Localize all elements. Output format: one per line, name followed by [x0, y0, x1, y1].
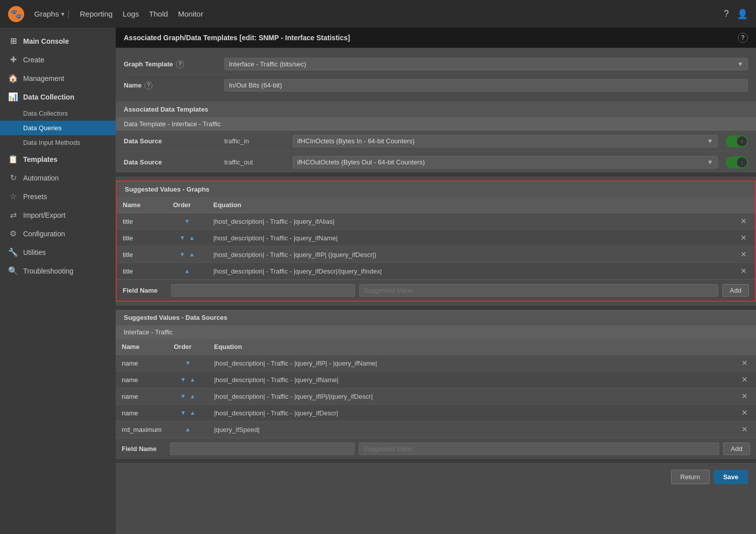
sidebar-item-create[interactable]: ✚ Create [0, 50, 116, 69]
create-icon: ✚ [8, 55, 18, 64]
graph-template-help[interactable]: ? [176, 60, 184, 68]
svs-field-name-input[interactable] [170, 442, 355, 455]
data-source-label-0: Data Source [124, 137, 224, 145]
svg-delete-0[interactable]: ✕ [732, 213, 755, 230]
svs-order-4: ▲ [167, 421, 208, 438]
arrow-up-1[interactable]: ▲ [188, 234, 196, 241]
svs-arrow-down-2[interactable]: ▼ [179, 393, 187, 400]
svg-name-0: title [117, 213, 167, 230]
svs-row-1: name ▼▲ |host_description| - Traffic - |… [116, 372, 756, 388]
data-source-value-0: traffic_in ifHCInOctets (Bytes In - 64-b… [224, 135, 748, 147]
sidebar-item-data-collection[interactable]: 📊 Data Collection [0, 87, 116, 106]
return-button[interactable]: Return [671, 470, 710, 484]
footer-bar: Return Save [116, 463, 756, 490]
svs-delete-2[interactable]: ✕ [733, 388, 756, 405]
data-source-dropdown-0[interactable]: ifHCInOctets (Bytes In - 64-bit Counters… [293, 135, 718, 147]
svg-add-button[interactable]: Add [722, 284, 749, 297]
svs-add-button[interactable]: Add [723, 442, 750, 455]
svs-delete-0[interactable]: ✕ [733, 355, 756, 372]
svs-arrow-down-3[interactable]: ▼ [179, 409, 187, 416]
sidebar-item-templates[interactable]: 📋 Templates [0, 150, 116, 168]
name-display: In/Out Bits (64-bit) [224, 79, 748, 92]
main-console-icon: ⊞ [8, 36, 18, 46]
name-help[interactable]: ? [144, 81, 152, 90]
svs-delete-4[interactable]: ✕ [733, 421, 756, 438]
svs-suggested-value-input[interactable] [359, 442, 719, 455]
suggested-values-graphs-section: Suggested Values - Graphs Name Order Equ… [116, 181, 756, 302]
data-source-row-0: Data Source traffic_in ifHCInOctets (Byt… [116, 131, 756, 152]
arrow-down-2[interactable]: ▼ [179, 251, 187, 258]
arrow-down-0[interactable]: ▼ [183, 218, 191, 225]
sidebar-item-data-collectors[interactable]: Data Collectors [0, 106, 116, 121]
svg-delete-2[interactable]: ✕ [732, 246, 755, 263]
svs-arrow-down-0[interactable]: ▼ [184, 360, 192, 367]
svs-arrow-down-1[interactable]: ▼ [179, 376, 187, 383]
sidebar-item-import-export[interactable]: ⇄ Import/Export [0, 206, 116, 224]
divider-3 [116, 459, 756, 463]
svg-equation-2: |host_description| - Traffic - |query_if… [207, 246, 732, 263]
svs-name-0: name [116, 355, 167, 372]
nav-graphs[interactable]: Graphs ▼ | [34, 9, 70, 19]
nav-logs[interactable]: Logs [123, 10, 139, 18]
data-source-dropdown-1[interactable]: ifHCOutOctets (Bytes Out - 64-bit Counte… [293, 156, 718, 168]
svg-table-header: Name Order Equation [117, 197, 755, 213]
svs-delete-btn-0[interactable]: ✕ [739, 359, 750, 368]
graph-template-select[interactable]: Interface - Traffic (bits/sec) ▼ [224, 58, 748, 70]
configuration-icon: ⚙ [8, 229, 18, 238]
svg-delete-btn-1[interactable]: ✕ [738, 233, 749, 242]
suggested-values-sources-section: Suggested Values - Data Sources Interfac… [116, 310, 756, 459]
svg-delete-3[interactable]: ✕ [732, 263, 755, 280]
nav-thold[interactable]: Thold [149, 10, 168, 18]
svg-row-1: title ▼▲ |host_description| - Traffic - … [117, 230, 755, 246]
sidebar-item-data-input-methods[interactable]: Data Input Methods [0, 135, 116, 150]
help-icon[interactable]: ? [724, 9, 729, 20]
arrow-down-1[interactable]: ▼ [179, 234, 187, 241]
svg-col-order: Order [167, 197, 207, 213]
svg-field-name-input[interactable] [171, 284, 355, 297]
svs-arrow-up-3[interactable]: ▲ [189, 409, 197, 416]
nav-reporting[interactable]: Reporting [80, 10, 113, 18]
toggle-1[interactable] [726, 156, 748, 168]
svs-arrow-up-2[interactable]: ▲ [189, 393, 197, 400]
svs-delete-btn-2[interactable]: ✕ [739, 392, 750, 401]
svg-delete-btn-2[interactable]: ✕ [738, 250, 749, 259]
toggle-0[interactable] [726, 135, 748, 147]
templates-icon: 📋 [8, 154, 18, 164]
svs-row-4: rrd_maximum ▲ |query_ifSpeed| ✕ [116, 421, 756, 438]
svs-delete-btn-3[interactable]: ✕ [739, 408, 750, 417]
save-button[interactable]: Save [714, 470, 748, 484]
user-icon[interactable]: 👤 [737, 9, 748, 20]
arrow-up-2[interactable]: ▲ [188, 251, 196, 258]
graph-template-label: Graph Template ? [124, 60, 224, 68]
sidebar-item-utilities[interactable]: 🔧 Utilities [0, 243, 116, 261]
svg-delete-1[interactable]: ✕ [732, 230, 755, 246]
svs-arrow-up-1[interactable]: ▲ [189, 376, 197, 383]
svs-arrow-up-4[interactable]: ▲ [184, 426, 192, 433]
svs-name-3: name [116, 405, 167, 421]
automation-icon: ↻ [8, 173, 18, 183]
sidebar-item-presets[interactable]: ☆ Presets [0, 187, 116, 206]
panel-help-icon[interactable]: ? [738, 33, 748, 43]
toggle-knob-0 [737, 136, 747, 146]
sidebar-item-automation[interactable]: ↻ Automation [0, 168, 116, 187]
sidebar-item-troubleshooting[interactable]: 🔍 Troubleshooting [0, 261, 116, 280]
sidebar-item-configuration[interactable]: ⚙ Configuration [0, 224, 116, 243]
svs-delete-3[interactable]: ✕ [733, 405, 756, 421]
arrow-up-3[interactable]: ▲ [183, 268, 191, 275]
sidebar-item-main-console[interactable]: ⊞ Main Console [0, 32, 116, 50]
troubleshooting-icon: 🔍 [8, 266, 18, 276]
graph-template-value: Interface - Traffic (bits/sec) ▼ [224, 58, 748, 70]
svs-delete-btn-4[interactable]: ✕ [739, 425, 750, 434]
sidebar-item-data-queries[interactable]: Data Queries [0, 121, 116, 135]
sidebar-item-management[interactable]: 🏠 Management [0, 69, 116, 87]
main-panel-title: Associated Graph/Data Templates [edit: S… [124, 34, 350, 42]
main-layout: ⊞ Main Console ✚ Create 🏠 Management 📊 D… [0, 28, 756, 534]
svg-suggested-value-input[interactable] [359, 284, 718, 297]
svg-delete-btn-0[interactable]: ✕ [738, 217, 749, 226]
svs-delete-btn-1[interactable]: ✕ [739, 375, 750, 384]
svs-delete-1[interactable]: ✕ [733, 372, 756, 388]
sidebar-label-main-console: Main Console [23, 37, 69, 45]
svg-delete-btn-3[interactable]: ✕ [738, 266, 749, 276]
nav-monitor[interactable]: Monitor [178, 10, 203, 18]
app-logo[interactable]: 🐾 [8, 6, 24, 22]
